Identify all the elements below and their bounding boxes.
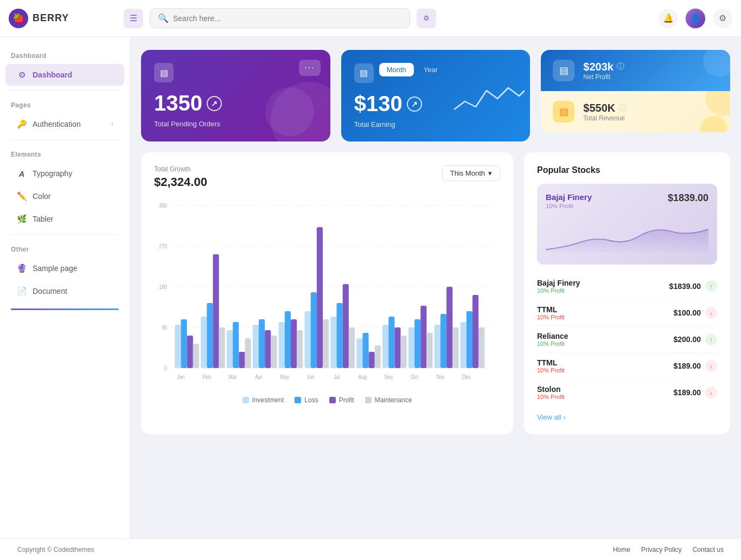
svg-text:Oct: Oct (411, 374, 418, 380)
legend-dot (329, 397, 336, 403)
sidebar-item-document[interactable]: 📄 Document (5, 280, 124, 302)
stock-preview-value: $1839.00 (668, 192, 708, 204)
sidebar-item-color[interactable]: ✏️ Color (5, 185, 124, 207)
total-revenue-card: ▤ $550K ⓘ Total Revenue (541, 91, 730, 132)
sidebar-item-sample-page[interactable]: 🔮 Sample page (5, 258, 124, 279)
filter-button[interactable]: ⚙ (417, 9, 436, 28)
svg-rect-56 (472, 295, 478, 368)
stock-preview-profit: 10% Profit (546, 203, 592, 209)
svg-rect-15 (207, 303, 213, 368)
svg-rect-13 (193, 344, 199, 368)
legend-dot (242, 397, 249, 403)
card-decoration (698, 50, 730, 91)
main-content: ▤ ··· 1350 ↗ Total Pending Orders ▤ Mont… (130, 37, 741, 538)
svg-text:Mar: Mar (229, 374, 238, 380)
sidebar-progress-bar (11, 308, 119, 310)
svg-rect-54 (461, 322, 467, 368)
sidebar-item-typography[interactable]: A Typography (5, 163, 124, 184)
net-profit-info: $203k ⓘ Net Profit (583, 61, 624, 81)
month-dropdown-button[interactable]: This Month ▾ (442, 165, 500, 181)
typography-icon: A (16, 168, 27, 179)
stock-name: Reliance (537, 332, 568, 340)
chart-area: 360 270 180 90 0 (154, 200, 500, 390)
svg-text:180: 180 (159, 284, 167, 290)
pending-orders-card: ▤ ··· 1350 ↗ Total Pending Orders (141, 50, 330, 141)
svg-rect-21 (245, 338, 251, 368)
copyright-text: Copyright © Codedthemes (17, 546, 94, 553)
menu-icon: ☰ (130, 13, 137, 23)
dropdown-label: This Month (450, 169, 485, 177)
sidebar-item-tabler[interactable]: 🌿 Tabler (5, 208, 124, 230)
card-more-button[interactable]: ··· (299, 60, 320, 76)
sidebar-item-label: Dashboard (33, 70, 72, 79)
sidebar-item-label: Color (33, 192, 50, 201)
trend-up-icon: ↑ (705, 280, 717, 292)
svg-rect-53 (452, 327, 458, 368)
toggle-year-button[interactable]: Year (416, 63, 445, 76)
stock-price-area: $100.00 ↓ (673, 307, 717, 319)
footer-link-home[interactable]: Home (613, 546, 630, 553)
svg-rect-26 (279, 322, 285, 368)
total-revenue-icon: ▤ (553, 101, 574, 123)
total-earning-label: Total Earning (354, 120, 518, 128)
hamburger-button[interactable]: ☰ (124, 9, 143, 28)
svg-text:May: May (280, 374, 290, 380)
sidebar-item-dashboard[interactable]: ⊙ Dashboard (5, 64, 124, 86)
stock-list-item: TTML 10% Profit $189.00 ↓ (537, 353, 717, 379)
total-earning-card: ▤ Month Year $130 ↗ Total Earning (341, 50, 531, 141)
view-all-link[interactable]: View all › (537, 413, 717, 421)
stock-list-item: Reliance 10% Profit $200.00 ↑ (537, 326, 717, 353)
sidebar-item-label: Sample page (33, 264, 78, 273)
svg-rect-16 (213, 254, 219, 368)
color-icon: ✏️ (16, 191, 27, 202)
svg-rect-35 (337, 303, 343, 368)
search-bar: 🔍 (150, 8, 410, 28)
stock-price-area: $200.00 ↑ (673, 333, 717, 345)
svg-rect-57 (478, 327, 484, 368)
svg-rect-42 (382, 325, 388, 368)
sidebar-item-authentication[interactable]: 🔑 Authentication › (5, 113, 124, 135)
svg-rect-19 (233, 322, 239, 368)
total-revenue-label: Total Revenue (583, 114, 626, 122)
svg-rect-38 (356, 338, 362, 368)
notification-button[interactable]: 🔔 (659, 9, 678, 28)
search-input[interactable] (173, 14, 402, 23)
chevron-right-icon: › (564, 413, 566, 421)
stock-name: Bajaj Finery (537, 279, 580, 287)
total-revenue-info: $550K ⓘ Total Revenue (583, 102, 626, 122)
trend-down-icon: ↓ (705, 360, 717, 372)
settings-button[interactable]: ⚙ (713, 9, 732, 28)
tabler-icon: 🌿 (16, 214, 27, 224)
legend-loss: Loss (295, 396, 318, 404)
svg-text:360: 360 (159, 202, 167, 209)
footer-link-contact[interactable]: Contact us (693, 546, 724, 553)
legend-dot (295, 397, 301, 403)
document-icon: 📄 (16, 286, 27, 297)
main-layout: Dashboard ⊙ Dashboard Pages 🔑 Authentica… (0, 37, 741, 538)
svg-rect-41 (375, 345, 381, 368)
total-revenue-value: $550K (583, 102, 615, 114)
trend-arrow-icon: ↗ (207, 96, 222, 111)
svg-rect-48 (420, 306, 426, 368)
avatar[interactable]: 👤 (685, 8, 706, 29)
legend-maintenance: Maintenance (365, 396, 412, 404)
chart-card: Total Growth $2,324.00 This Month ▾ (141, 152, 513, 434)
stock-price: $100.00 (673, 308, 701, 317)
stock-profit: 10% Profit (537, 287, 580, 294)
pending-orders-number: 1350 ↗ (154, 91, 317, 115)
footer-link-privacy[interactable]: Privacy Policy (641, 546, 682, 553)
stock-info: TTML 10% Profit (537, 358, 565, 374)
svg-rect-47 (414, 319, 420, 368)
svg-rect-37 (349, 327, 355, 368)
stock-profit: 10% Profit (537, 314, 565, 320)
svg-text:Aug: Aug (359, 374, 367, 380)
svg-rect-28 (291, 319, 297, 368)
chart-header: Total Growth $2,324.00 This Month ▾ (154, 165, 500, 189)
chart-title-area: Total Growth $2,324.00 (154, 165, 207, 189)
stock-name: TTML (537, 358, 565, 367)
svg-rect-43 (388, 317, 394, 368)
svg-rect-20 (239, 352, 245, 368)
chart-value: $2,324.00 (154, 175, 207, 189)
toggle-month-button[interactable]: Month (379, 63, 414, 76)
net-profit-card: ▤ $203k ⓘ Net Profit (541, 50, 730, 91)
